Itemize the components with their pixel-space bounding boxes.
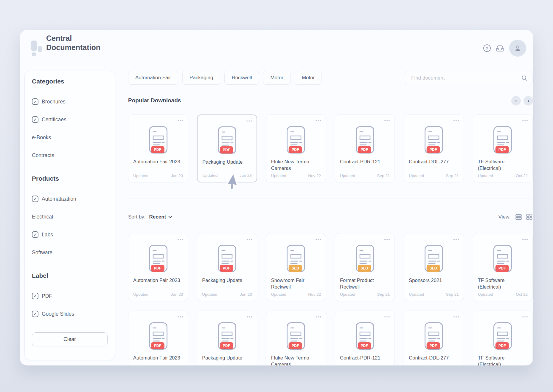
document-card[interactable]: PDF Automation Fair 2023 [128,311,188,365]
updated-date: Oct 22 [516,292,528,297]
document-card-highlighted[interactable]: PDF Packaging Update UpdatedJun 23 [197,114,257,182]
more-options-icon[interactable] [521,316,528,317]
document-card[interactable]: PDF Automation Fair 2023 UpdatedJan 23 [128,233,188,301]
sidebar-item-software[interactable]: Software [32,244,108,261]
sidebar-item-brochures[interactable]: ✓ Brochures [32,93,108,111]
more-options-icon[interactable] [383,238,390,240]
checkbox-checked-icon[interactable]: ✓ [32,116,38,123]
popular-cards-row: PDF Automation Fair 2023 UpdatedJan 23 P… [128,114,533,182]
more-options-icon[interactable] [177,120,183,121]
chip-motor-1[interactable]: Motor [263,71,290,85]
updated-date: Sep 21 [446,173,459,178]
document-icon: PDF [218,245,236,272]
search-icon[interactable] [521,75,527,81]
help-icon[interactable]: ? [483,44,491,52]
sidebar-item-certificaes[interactable]: ✓ Certificaes [32,111,108,128]
popular-downloads-heading: Popular Downloads [128,97,181,104]
file-type-badge: PDF [495,265,509,272]
document-icon: SLD [356,245,374,272]
chip-rockwell[interactable]: Rockwell [224,71,259,85]
app-logo [31,41,43,57]
file-type-badge: PDF [220,342,233,349]
document-title: Automation Fair 2023 [133,355,183,361]
more-options-icon[interactable] [453,238,459,240]
document-card[interactable]: PDF Contract-DDL-277 UpdatedSep 21 [404,114,464,182]
updated-date: Sep 21 [377,173,390,178]
sidebar-item-labs[interactable]: ✓ Labs [32,226,108,244]
checkbox-checked-icon[interactable]: ✓ [32,196,38,202]
document-card[interactable]: PDF Fluke New Termo Cameras [266,311,326,365]
document-card[interactable]: PDF Contract-DDL-277 [404,311,464,365]
more-options-icon[interactable] [383,120,390,121]
sidebar-item-contracts[interactable]: Contracts [32,146,108,164]
more-options-icon[interactable] [315,316,321,317]
sort-dropdown[interactable]: Recent [149,214,172,220]
grid-view-icon[interactable] [526,213,533,220]
document-card[interactable]: PDF Packaging Update UpdatedJun 23 [197,233,257,301]
more-options-icon[interactable] [246,238,252,240]
sidebar-item-pdf[interactable]: ✓ PDF [32,287,108,305]
chip-automation-fair[interactable]: Automation Fair [128,71,178,85]
inbox-icon[interactable] [496,45,504,52]
more-options-icon[interactable] [521,120,528,121]
more-options-icon[interactable] [315,120,321,121]
document-card[interactable]: PDF Packaging Update [197,311,257,365]
document-icon: PDF [356,126,374,154]
file-type-badge: PDF [427,146,440,153]
file-type-badge: PDF [289,342,302,349]
sidebar-item-google-slides[interactable]: ✓ Google Slides [32,305,108,323]
search-input[interactable] [411,75,521,81]
document-icon: PDF [493,322,512,350]
more-options-icon[interactable] [246,120,252,122]
document-title: Format Product Rockwell [340,277,390,290]
document-title: Fluke New Termo Cameras [271,355,321,365]
document-card[interactable]: PDF Contract-PDR-121 [335,311,395,365]
chevron-left-icon[interactable]: ‹ [511,96,521,106]
document-title: Fluke New Termo Cameras [271,159,321,172]
documents-grid-row-1: PDF Automation Fair 2023 UpdatedJan 23 P… [128,233,533,301]
document-title: Contract-PDR-121 [340,355,390,361]
sidebar-item-ebooks[interactable]: e-Books [32,128,108,146]
document-card[interactable]: PDF TF Software (Electrical) UpdatedOct … [473,233,533,301]
document-card[interactable]: PDF Contract-PDR-121 UpdatedSep 21 [335,114,395,182]
document-title: Packaging Update [202,355,252,361]
checkbox-checked-icon[interactable]: ✓ [32,293,38,299]
more-options-icon[interactable] [453,120,459,121]
document-card[interactable]: PDF TF Software (Electrical) [473,311,533,365]
document-card[interactable]: PDF Fluke New Termo Cameras UpdatedNov 2… [266,114,326,182]
checkbox-checked-icon[interactable]: ✓ [32,311,38,317]
document-card[interactable]: SLD Format Product Rockwell UpdatedSep 2… [335,233,395,301]
more-options-icon[interactable] [453,316,459,317]
list-view-icon[interactable] [515,213,522,220]
chip-packaging[interactable]: Packaging [182,71,220,85]
clear-button[interactable]: Clear [32,332,108,346]
more-options-icon[interactable] [383,316,390,317]
updated-date: Jan 23 [171,292,183,297]
chevron-right-icon[interactable]: › [524,96,533,106]
sidebar-item-automatization[interactable]: ✓ Automatization [32,190,108,208]
chip-motor-2[interactable]: Motor [295,71,322,85]
filters-sidebar: Categories ✓ Brochures ✓ Certificaes e-B… [24,71,115,360]
more-options-icon[interactable] [521,238,528,240]
more-options-icon[interactable] [177,238,183,240]
avatar[interactable] [509,40,526,57]
more-options-icon[interactable] [315,238,321,240]
document-title: Contract-DDL-277 [409,159,459,165]
document-card[interactable]: PDF TF Software (Electrical) UpdatedOct … [473,114,533,182]
updated-date: Nov 22 [308,173,321,178]
checkbox-checked-icon[interactable]: ✓ [32,231,38,238]
view-label: View: [498,214,511,220]
documents-grid-row-2: PDF Automation Fair 2023 PDF Packaging U… [128,311,533,365]
main-panel: Central Documentation ? Categories ✓ Bro… [20,30,533,365]
sidebar-item-electrical[interactable]: Electrical [32,208,108,226]
checkbox-checked-icon[interactable]: ✓ [32,98,38,105]
updated-date: Jun 23 [240,173,252,178]
search-box [405,71,532,85]
document-card[interactable]: SLD Sponsors 2021 UpdatedSep 21 [404,233,464,301]
more-options-icon[interactable] [177,316,183,317]
document-card[interactable]: SLD Showroom Fair Rockwell UpdatedNov 22 [266,233,326,301]
document-icon: PDF [149,322,167,350]
section-divider [128,199,533,199]
more-options-icon[interactable] [246,316,252,317]
document-card[interactable]: PDF Automation Fair 2023 UpdatedJan 23 [128,114,188,182]
